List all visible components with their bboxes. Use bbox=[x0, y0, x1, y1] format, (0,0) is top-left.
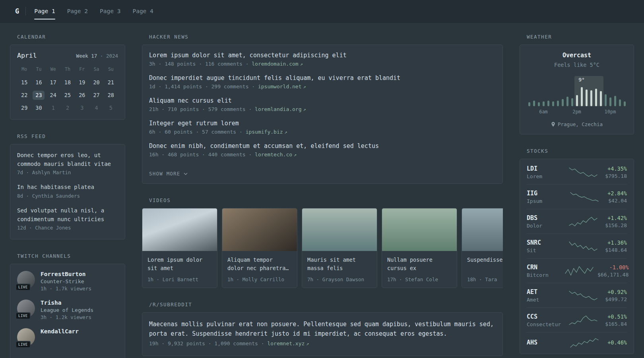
reddit-post-title[interactable]: Maecenas mollis pulvinar erat non posuer… bbox=[149, 319, 496, 339]
rss-item-title[interactable]: Donec tempor eros leo, ut commodo mauris… bbox=[17, 151, 118, 168]
video-title[interactable]: Aliquam tempor dolor nec pharetra… bbox=[227, 256, 292, 272]
stock-symbol[interactable]: CRN bbox=[527, 264, 561, 271]
stock-symbol[interactable]: IIG bbox=[527, 190, 561, 197]
page-tab[interactable]: Page 4 bbox=[126, 0, 159, 23]
stock-row[interactable]: SNRC Sit +1.36% $148.64 bbox=[527, 233, 627, 258]
calendar-day-number: 19 bbox=[76, 78, 88, 87]
video-thumbnail[interactable] bbox=[382, 208, 457, 251]
hn-item-title[interactable]: Aliquam nec cursus elit bbox=[149, 97, 496, 104]
weather-location-name: Prague, Czechia bbox=[558, 121, 603, 127]
twitch-channel[interactable]: LIVE KendallCarr bbox=[17, 328, 118, 346]
video-title[interactable]: Nullam posuere cursus ex bbox=[387, 256, 452, 272]
video-thumbnail[interactable] bbox=[142, 208, 217, 251]
video-card[interactable]: Aliquam tempor dolor nec pharetra… 1h · … bbox=[222, 208, 297, 288]
hn-item-title[interactable]: Donec imperdiet augue tincidunt felis al… bbox=[149, 74, 496, 82]
channel-category[interactable]: League of Legends bbox=[41, 307, 93, 313]
weather-card: Overcast Feels like 5°C 9° 6am2pm10pm Pr… bbox=[520, 45, 634, 134]
calendar-weekday: Th bbox=[60, 66, 75, 72]
rss-item-title[interactable]: In hac habitasse platea bbox=[17, 183, 118, 192]
calendar-widget-label: CALENDAR bbox=[17, 34, 125, 40]
calendar-day: 27 bbox=[89, 90, 103, 100]
stock-name: Consectetur bbox=[527, 321, 561, 327]
stock-row[interactable]: IIG Ipsum +2.84% $42.04 bbox=[527, 184, 627, 209]
calendar-day: 24 bbox=[46, 90, 60, 100]
channel-avatar[interactable]: LIVE bbox=[17, 271, 35, 289]
stock-price: $66,171.48 bbox=[597, 272, 628, 278]
channel-name[interactable]: Trisha bbox=[41, 300, 93, 306]
hn-item-domain: loremtech.co bbox=[255, 152, 292, 158]
stock-symbol[interactable]: AHS bbox=[527, 339, 561, 346]
topbar-divider bbox=[25, 7, 26, 16]
hn-item-stats: 21h · 710 points · 579 comments · bbox=[149, 106, 252, 112]
stock-sparkline bbox=[569, 167, 597, 177]
hn-item-domain: ipsumworld.net bbox=[258, 84, 302, 90]
video-card[interactable]: Suspendisse diam 18h · Tara bbox=[462, 208, 503, 288]
video-title[interactable]: Mauris sit amet massa felis bbox=[307, 256, 372, 272]
page-tab[interactable]: Page 2 bbox=[61, 0, 94, 23]
stock-row[interactable]: LDI Lorem +4.35% $795.18 bbox=[527, 160, 627, 184]
hn-item-source-link[interactable]: ipsumify.biz↗ bbox=[246, 129, 287, 135]
twitch-channel[interactable]: LIVE ForrestBurton Counter-Strike 1h · 1… bbox=[17, 271, 118, 292]
page-tab[interactable]: Page 3 bbox=[94, 0, 126, 23]
video-title[interactable]: Suspendisse diam bbox=[467, 256, 503, 272]
hn-item-source-link[interactable]: loremlandia.org↗ bbox=[255, 106, 306, 112]
stocks-card: LDI Lorem +4.35% $795.18 IIG Ipsum bbox=[520, 159, 634, 354]
hn-item-title[interactable]: Donec enim nibh, condimentum et accumsan… bbox=[149, 142, 496, 150]
stock-values: +0.46% bbox=[607, 339, 627, 347]
calendar-weekday: Su bbox=[104, 66, 118, 72]
channel-avatar[interactable]: LIVE bbox=[17, 328, 35, 346]
channel-name[interactable]: ForrestBurton bbox=[41, 271, 91, 277]
video-card[interactable]: Mauris sit amet massa felis 7h · Grayson… bbox=[302, 208, 377, 288]
video-card[interactable]: Lorem ipsum dolor sit amet consectetu… 1… bbox=[142, 208, 217, 288]
app-logo[interactable]: G bbox=[14, 7, 25, 15]
channel-name[interactable]: KendallCarr bbox=[41, 328, 79, 335]
hn-show-more-button[interactable]: SHOW MORE bbox=[149, 171, 188, 177]
video-meta: 1h · Molly Carrillo bbox=[227, 276, 292, 282]
stock-values: +0.92% $499.72 bbox=[605, 289, 627, 302]
reddit-post-meta: 19h · 9,932 points · 1,090 comments · lo… bbox=[149, 340, 496, 346]
twitch-widget: TWITCH CHANNELS LIVE ForrestBurton Count… bbox=[10, 253, 125, 358]
stock-row[interactable]: AET Amet +0.92% $499.72 bbox=[527, 283, 627, 307]
video-thumbnail[interactable] bbox=[302, 208, 377, 251]
channel-info: KendallCarr bbox=[41, 328, 79, 346]
hn-item-title[interactable]: Integer eget rutrum lorem bbox=[149, 120, 496, 127]
hn-item-title[interactable]: Lorem ipsum dolor sit amet, consectetur … bbox=[149, 52, 496, 59]
hn-item-domain: loremlandia.org bbox=[255, 106, 301, 112]
channel-category[interactable]: Counter-Strike bbox=[41, 278, 91, 284]
calendar-weekday: We bbox=[46, 66, 60, 72]
stock-name: Ipsum bbox=[527, 198, 561, 204]
calendar-day-number: 29 bbox=[18, 103, 30, 113]
reddit-post-domain: loremnet.xyz bbox=[267, 340, 305, 346]
stock-row[interactable]: DBS Dolor +1.42% $156.28 bbox=[527, 209, 627, 233]
stock-values: +1.36% $148.64 bbox=[605, 239, 627, 253]
calendar-weekday-row: MoTuWeThFrSaSu bbox=[17, 66, 118, 72]
calendar-day: 5 bbox=[104, 103, 118, 113]
rss-widget: RSS FEED Donec tempor eros leo, ut commo… bbox=[10, 133, 125, 239]
page-tab[interactable]: Page 1 bbox=[28, 0, 61, 23]
calendar-weekday: Mo bbox=[17, 66, 31, 72]
video-thumbnail[interactable] bbox=[462, 208, 503, 251]
hn-item-source-link[interactable]: loremdomain.com↗ bbox=[252, 61, 303, 67]
stock-symbol[interactable]: LDI bbox=[527, 165, 561, 172]
stock-row[interactable]: CCS Consectetur +0.51% $165.84 bbox=[527, 307, 627, 332]
twitch-channel[interactable]: LIVE Trisha League of Legends 3h · 1.2k … bbox=[17, 300, 118, 320]
hn-item-source-link[interactable]: ipsumworld.net↗ bbox=[258, 84, 306, 90]
video-thumbnail[interactable] bbox=[222, 208, 297, 251]
reddit-post-source-link[interactable]: loremnet.xyz↗ bbox=[267, 340, 309, 346]
video-title[interactable]: Lorem ipsum dolor sit amet consectetu… bbox=[147, 256, 212, 272]
video-card[interactable]: Nullam posuere cursus ex 17h · Stefan Co… bbox=[382, 208, 457, 288]
channel-avatar[interactable]: LIVE bbox=[17, 300, 35, 317]
stock-symbol[interactable]: AET bbox=[527, 288, 561, 296]
stock-symbol[interactable]: DBS bbox=[527, 214, 561, 222]
stock-row[interactable]: AHS +0.46% bbox=[527, 332, 627, 353]
hn-item-meta: 3h · 148 points · 116 comments · loremdo… bbox=[149, 61, 496, 67]
hn-item-source-link[interactable]: loremtech.co↗ bbox=[255, 152, 297, 158]
calendar-day-number: 23 bbox=[33, 91, 45, 100]
calendar-day: 20 bbox=[89, 78, 103, 87]
rss-card: Donec tempor eros leo, ut commodo mauris… bbox=[10, 144, 125, 239]
calendar-week-info: Week 17 · 2024 bbox=[76, 53, 118, 59]
stock-row[interactable]: CRN Bitcorn -1.00% $66,171.48 bbox=[527, 258, 627, 283]
rss-item-title[interactable]: Sed volutpat nulla nisl, a condimentum n… bbox=[17, 206, 118, 224]
stock-symbol[interactable]: SNRC bbox=[527, 239, 561, 246]
stock-symbol[interactable]: CCS bbox=[527, 313, 561, 320]
